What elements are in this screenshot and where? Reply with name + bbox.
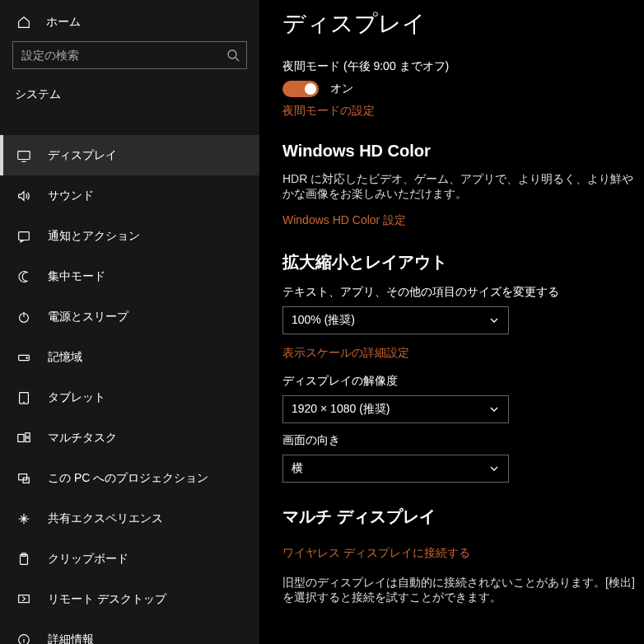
chevron-down-icon bbox=[488, 404, 500, 415]
info-icon bbox=[16, 632, 31, 645]
display-icon bbox=[16, 148, 31, 163]
multi-display-desc: 旧型のディスプレイは自動的に接続されないことがあります。[検出] を選択すると接… bbox=[282, 576, 644, 605]
category-label: システム bbox=[0, 77, 259, 117]
sidebar-item-label: タブレット bbox=[48, 390, 105, 405]
sidebar-item-about[interactable]: 詳細情報 bbox=[0, 619, 259, 644]
sidebar-item-label: 記憶域 bbox=[48, 350, 82, 365]
sidebar-item-notifications[interactable]: 通知とアクション bbox=[0, 216, 259, 256]
sidebar-item-label: この PC へのプロジェクション bbox=[48, 471, 208, 486]
home-icon bbox=[16, 15, 31, 30]
page-title: ディスプレイ bbox=[282, 8, 644, 40]
sidebar-item-label: 通知とアクション bbox=[48, 229, 140, 244]
sidebar-item-label: マルチタスク bbox=[48, 431, 117, 446]
chevron-down-icon bbox=[488, 463, 500, 474]
sidebar: ホーム システム ディスプレイ サウンド 通知とアクション 集中モード bbox=[0, 0, 259, 644]
search-input[interactable] bbox=[21, 49, 226, 62]
hdcolor-desc: HDR に対応したビデオ、ゲーム、アプリで、より明るく、より鮮やかな画像をお楽し… bbox=[282, 172, 644, 202]
scale-advanced-link[interactable]: 表示スケールの詳細設定 bbox=[282, 346, 409, 361]
wireless-display-link[interactable]: ワイヤレス ディスプレイに接続する bbox=[282, 546, 470, 561]
orientation-label: 画面の向き bbox=[282, 433, 644, 448]
svg-point-0 bbox=[228, 50, 236, 58]
power-icon bbox=[16, 310, 31, 324]
multitask-icon bbox=[16, 431, 31, 446]
home-link[interactable]: ホーム bbox=[0, 8, 259, 41]
svg-rect-14 bbox=[19, 595, 30, 602]
sidebar-item-label: リモート デスクトップ bbox=[48, 592, 166, 607]
night-light-toggle[interactable] bbox=[282, 81, 319, 97]
sidebar-item-display[interactable]: ディスプレイ bbox=[0, 135, 259, 175]
sidebar-item-multitask[interactable]: マルチタスク bbox=[0, 418, 259, 458]
orientation-value: 横 bbox=[292, 461, 303, 476]
main-content: ディスプレイ 夜間モード (午後 9:00 までオフ) オン 夜間モードの設定 … bbox=[259, 0, 644, 644]
sidebar-item-sound[interactable]: サウンド bbox=[0, 175, 259, 216]
chevron-down-icon bbox=[488, 315, 500, 326]
focus-icon bbox=[16, 269, 31, 284]
toggle-on-text: オン bbox=[330, 82, 353, 96]
sidebar-item-label: ディスプレイ bbox=[48, 148, 117, 163]
resolution-value: 1920 × 1080 (推奨) bbox=[292, 402, 390, 417]
orientation-select[interactable]: 横 bbox=[282, 455, 509, 483]
svg-rect-1 bbox=[18, 151, 30, 159]
hdcolor-link[interactable]: Windows HD Color 設定 bbox=[282, 213, 406, 228]
sidebar-item-focus[interactable]: 集中モード bbox=[0, 256, 259, 296]
sidebar-item-label: 電源とスリープ bbox=[48, 310, 128, 324]
sidebar-item-tablet[interactable]: タブレット bbox=[0, 377, 259, 418]
sidebar-item-storage[interactable]: 記憶域 bbox=[0, 337, 259, 377]
sidebar-item-projection[interactable]: この PC へのプロジェクション bbox=[0, 458, 259, 498]
svg-point-5 bbox=[26, 357, 27, 357]
projection-icon bbox=[16, 471, 31, 486]
resolution-label: ディスプレイの解像度 bbox=[282, 374, 644, 389]
scale-heading: 拡大縮小とレイアウト bbox=[282, 251, 644, 273]
night-light-toggle-row: オン bbox=[282, 81, 644, 97]
search-container bbox=[0, 41, 259, 77]
sidebar-item-clipboard[interactable]: クリップボード bbox=[0, 539, 259, 579]
sidebar-item-label: クリップボード bbox=[48, 552, 128, 567]
multi-display-heading: マルチ ディスプレイ bbox=[282, 506, 644, 528]
resolution-select[interactable]: 1920 × 1080 (推奨) bbox=[282, 395, 509, 423]
night-light-label: 夜間モード (午後 9:00 までオフ) bbox=[282, 59, 644, 74]
search-icon bbox=[226, 49, 240, 62]
scale-value: 100% (推奨) bbox=[292, 313, 355, 328]
night-light-settings-link[interactable]: 夜間モードの設定 bbox=[282, 104, 375, 119]
hdcolor-heading: Windows HD Color bbox=[282, 142, 644, 161]
search-box[interactable] bbox=[12, 41, 247, 69]
sidebar-item-label: サウンド bbox=[48, 189, 94, 203]
clipboard-icon bbox=[16, 552, 31, 567]
sidebar-item-shared[interactable]: 共有エクスペリエンス bbox=[0, 498, 259, 539]
sidebar-item-label: 共有エクスペリエンス bbox=[48, 511, 163, 526]
scale-select[interactable]: 100% (推奨) bbox=[282, 306, 509, 334]
storage-icon bbox=[16, 350, 31, 365]
svg-rect-9 bbox=[26, 438, 30, 442]
svg-rect-8 bbox=[26, 432, 30, 436]
tablet-icon bbox=[16, 390, 31, 405]
sidebar-item-label: 詳細情報 bbox=[48, 632, 94, 645]
nav-list: ディスプレイ サウンド 通知とアクション 集中モード 電源とスリープ 記憶域 タ… bbox=[0, 135, 259, 644]
sidebar-item-remote[interactable]: リモート デスクトップ bbox=[0, 579, 259, 619]
sidebar-item-power[interactable]: 電源とスリープ bbox=[0, 296, 259, 337]
notifications-icon bbox=[16, 229, 31, 244]
sound-icon bbox=[16, 189, 31, 203]
remote-icon bbox=[16, 592, 31, 607]
sidebar-item-label: 集中モード bbox=[48, 269, 105, 284]
scale-label: テキスト、アプリ、その他の項目のサイズを変更する bbox=[282, 285, 644, 300]
home-label: ホーム bbox=[46, 15, 81, 30]
shared-icon bbox=[16, 511, 31, 526]
svg-rect-7 bbox=[18, 434, 24, 441]
svg-rect-2 bbox=[19, 231, 30, 240]
